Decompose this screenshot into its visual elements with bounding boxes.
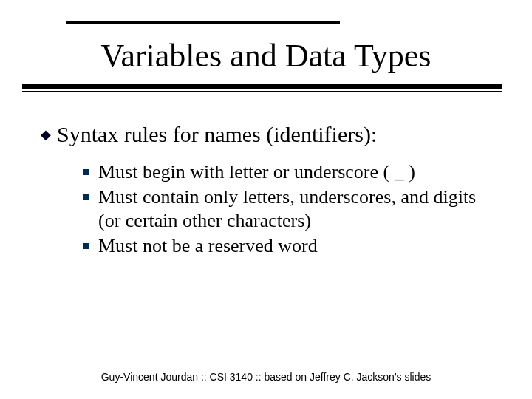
diamond-bullet-icon: ◆ — [41, 122, 51, 147]
level2-list: Must begin with letter or underscore ( _… — [41, 160, 502, 258]
rule-thick — [22, 84, 502, 89]
slide-body: ◆ Syntax rules for names (identifiers): … — [41, 122, 502, 259]
square-bullet-icon — [83, 194, 89, 200]
level1-text: Syntax rules for names (identifiers): — [57, 122, 377, 147]
rule-top — [66, 21, 340, 24]
level2-text: Must not be a reserved word — [98, 234, 318, 258]
level2-item: Must begin with letter or underscore ( _… — [83, 160, 502, 184]
level1-item: ◆ Syntax rules for names (identifiers): — [41, 122, 502, 147]
footer-attribution: Guy-Vincent Jourdan :: CSI 3140 :: based… — [0, 371, 532, 383]
square-bullet-icon — [83, 169, 89, 175]
slide: Variables and Data Types ◆ Syntax rules … — [0, 0, 532, 399]
rule-thin — [22, 91, 502, 92]
level2-text: Must begin with letter or underscore ( _… — [98, 160, 415, 184]
level2-item: Must contain only letters, underscores, … — [83, 185, 502, 233]
rule-double — [22, 84, 502, 92]
level2-item: Must not be a reserved word — [83, 234, 502, 258]
level2-text: Must contain only letters, underscores, … — [98, 185, 502, 233]
slide-title: Variables and Data Types — [0, 37, 532, 75]
square-bullet-icon — [83, 243, 89, 249]
